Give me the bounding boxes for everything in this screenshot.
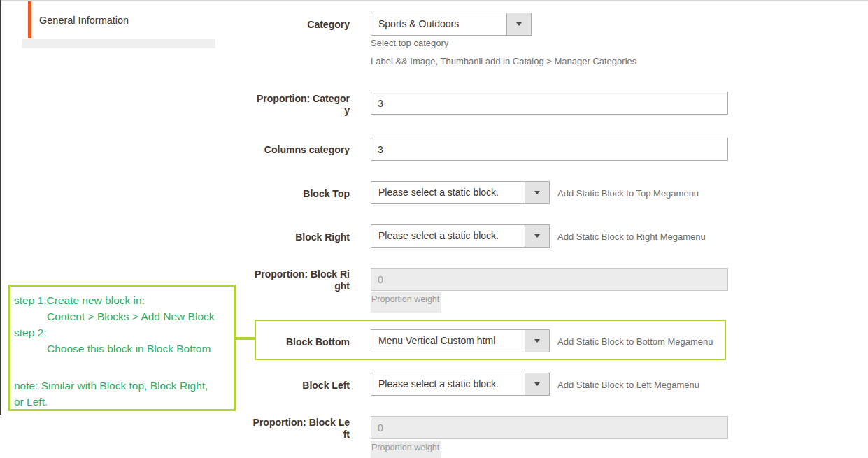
chevron-down-icon	[506, 13, 531, 35]
next-tab-partial	[22, 39, 215, 48]
block-bottom-select[interactable]: Menu Vertical Custom html	[371, 329, 550, 352]
block-right-label: Block Right	[203, 231, 350, 243]
proportion-block-left-input	[371, 416, 728, 439]
block-top-select[interactable]: Please select a static block.	[371, 181, 550, 204]
block-right-select[interactable]: Please select a static block.	[371, 224, 550, 248]
category-select[interactable]: Sports & Outdoors	[371, 13, 532, 36]
block-left-select[interactable]: Please select a static block.	[371, 373, 550, 396]
annotation-line: or Left.	[14, 394, 231, 410]
tab-general-information-label: General Information	[39, 15, 129, 26]
columns-category-input[interactable]	[371, 138, 728, 161]
chevron-down-icon	[525, 330, 549, 352]
block-top-label: Block Top	[203, 188, 350, 200]
proportion-block-left-label: Proportion: Block Le ft	[203, 417, 350, 441]
annotation-line: Content > Blocks > Add New Block	[14, 308, 231, 324]
tab-general-information[interactable]: General Information	[28, 1, 215, 38]
proportion-category-input[interactable]	[371, 92, 728, 115]
block-top-note: Add Static Block to Top Megamenu	[557, 188, 699, 199]
block-left-select-value: Please select a static block.	[371, 373, 525, 395]
columns-category-label: Columns category	[203, 144, 350, 156]
annotation-box: step 1:Create new block in: Content > Bl…	[8, 285, 236, 411]
annotation-connector	[236, 337, 255, 340]
proportion-block-left-helper: Proportion weight	[371, 441, 441, 458]
chevron-down-icon	[525, 225, 549, 247]
proportion-block-right-input	[371, 268, 728, 291]
category-note: Label && Image, Thumbanil add in Catalog…	[371, 56, 636, 66]
category-select-value: Sports & Outdoors	[371, 13, 506, 35]
annotation-spacer	[14, 357, 231, 373]
proportion-category-label: Proportion: Categor y	[203, 93, 350, 117]
annotation-line: note: Similar with Block top, Block Righ…	[14, 378, 231, 394]
block-top-select-value: Please select a static block.	[371, 182, 525, 203]
window-left-border	[0, 0, 1, 415]
proportion-block-right-helper: Proportion weight	[371, 292, 441, 313]
category-label: Category	[203, 19, 350, 31]
annotation-line: Choose this block in Block Bottom	[14, 341, 231, 357]
annotation-line: step 1:Create new block in:	[14, 292, 231, 308]
chevron-down-icon	[525, 182, 549, 203]
annotation-period: .	[45, 396, 48, 408]
page: General Information Category Sports & Ou…	[0, 0, 868, 458]
block-left-note: Add Static Block to Left Megamenu	[557, 380, 699, 390]
block-bottom-note: Add Static Block to Bottom Megamenu	[557, 336, 713, 347]
block-bottom-select-value: Menu Vertical Custom html	[371, 330, 525, 352]
annotation-line: step 2:	[14, 324, 231, 341]
chevron-down-icon	[525, 373, 549, 395]
category-helper: Select top category	[371, 38, 448, 48]
block-right-select-value: Please select a static block.	[371, 225, 525, 247]
block-right-note: Add Static Block to Right Megamenu	[557, 231, 706, 242]
